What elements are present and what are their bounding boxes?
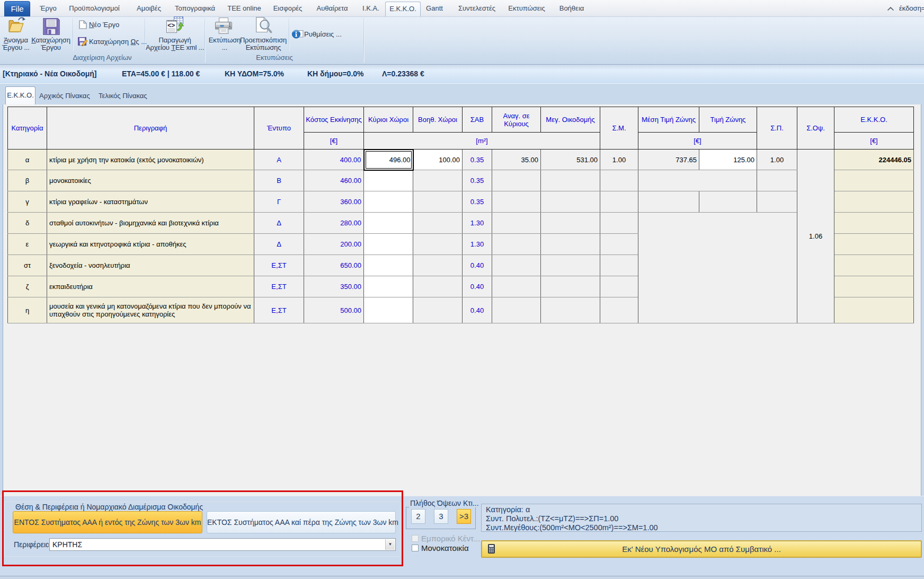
svg-text:<>: <> — [167, 22, 175, 29]
